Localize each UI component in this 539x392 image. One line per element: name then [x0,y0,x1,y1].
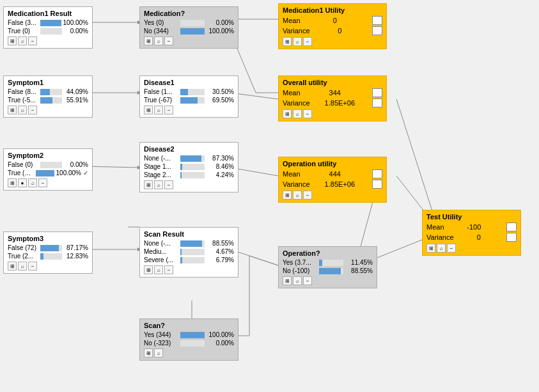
disease1-bar-1 [180,97,205,104]
test-utility-mean-box[interactable] [506,223,517,231]
operation-utility-node: Operation utility Mean 444 Variance 1.85… [278,157,387,203]
scan-result-label-2: Severe (... [144,256,178,263]
grid-icon-btn-14[interactable]: ⊞ [144,349,153,357]
minus-icon-btn-8[interactable]: − [164,180,173,189]
medication1-utility-mean-value: 0 [333,17,337,24]
disease2-label-0: None (-... [144,155,178,162]
minus-icon-btn-3[interactable]: − [303,37,312,46]
minus-icon-btn-13[interactable]: − [303,276,312,285]
scan-q-bar-1 [180,340,205,347]
minus-icon-btn-10[interactable]: − [447,244,456,253]
minus-icon-btn-12[interactable]: − [164,265,173,274]
grid-icon-btn-13[interactable]: ⊞ [283,276,292,285]
operation-utility-variance-value: 1.85E+06 [325,180,355,188]
disease2-bar-2 [180,172,205,178]
search-icon-btn-3[interactable]: ⌕ [293,37,302,46]
connection-lines [0,0,539,392]
dot-icon-btn[interactable]: ● [18,178,27,187]
grid-icon-btn-8[interactable]: ⊞ [144,180,153,189]
symptom1-pct-0: 44.09% [64,88,88,95]
scan-question-node: Scan? Yes (344) 100.00% No (-323) 0.00% … [139,318,238,361]
medication-q-bar-0 [180,20,205,26]
grid-icon-btn-2[interactable]: ⊞ [144,36,153,45]
overall-utility-title: Overall utility [283,79,382,86]
grid-icon-btn-3[interactable]: ⊞ [283,37,292,46]
minus-icon-btn-4[interactable]: − [28,106,37,114]
search-icon-btn-14[interactable]: ⌕ [154,349,163,357]
grid-icon-btn-4[interactable]: ⊞ [8,106,17,114]
search-icon-btn-11[interactable]: ⌕ [18,262,27,270]
symptom3-row-0: False (72) 87.17% [8,244,88,251]
search-icon-btn-6[interactable]: ⌕ [293,109,302,118]
symptom3-pct-0: 87.17% [64,244,88,251]
grid-icon-btn-12[interactable]: ⊞ [144,265,153,274]
medication-result-pct-1: 0.00% [64,27,88,35]
grid-icon-btn-5[interactable]: ⊞ [144,106,153,114]
scan-q-footer: ⊞ ⌕ [144,349,234,357]
grid-icon-btn-10[interactable]: ⊞ [426,244,435,253]
grid-icon-btn-9[interactable]: ⊞ [283,191,292,200]
test-utility-title: Test Utility [426,213,517,221]
disease1-bar-0 [180,89,205,95]
medication1-utility-mean-box[interactable] [372,16,382,25]
minus-icon-btn-9[interactable]: − [303,191,312,200]
search-icon-btn-9[interactable]: ⌕ [293,191,302,200]
symptom1-label-1: True (-5... [8,97,38,104]
scan-q-pct-0: 100.00% [207,331,234,338]
operation-utility-title: Operation utility [283,160,382,168]
symptom1-bar-1 [40,97,61,104]
medication1-utility-variance-box[interactable] [372,26,382,35]
medication-result-bar-1 [40,28,61,35]
overall-utility-variance-box[interactable] [372,98,382,107]
symptom1-bar-0 [40,89,61,95]
search-icon-btn-10[interactable]: ⌕ [437,244,446,253]
symptom2-bar-1 [36,170,54,176]
grid-icon-btn-6[interactable]: ⊞ [283,109,292,118]
scan-result-pct-2: 6.79% [207,256,234,263]
operation-q-bar-0 [319,260,343,266]
disease2-label-1: Stage 1... [144,163,178,170]
test-utility-variance-box[interactable] [506,233,517,242]
operation-q-row-0: Yes (3.7... 11.45% [283,259,373,266]
disease2-label-2: Stage 2... [144,171,178,178]
grid-icon-btn[interactable]: ⊞ [8,36,17,45]
operation-utility-mean-box[interactable] [372,169,382,178]
grid-icon-btn-7[interactable]: ⊞ [8,178,17,187]
test-utility-node: Test Utility Mean -100 Variance 0 ⊞ ⌕ − [422,210,521,256]
operation-q-bar-1 [319,268,343,274]
grid-icon-btn-11[interactable]: ⊞ [8,262,17,270]
overall-utility-mean-value: 344 [329,89,341,97]
symptom2-pct-0: 0.00% [64,161,88,168]
search-icon-btn-12[interactable]: ⌕ [154,265,163,274]
scan-q-pct-1: 0.00% [207,340,234,347]
operation-q-pct-1: 88.55% [345,267,373,274]
disease1-label-1: True (-67) [144,97,178,104]
overall-utility-mean-box[interactable] [372,88,382,97]
disease2-pct-2: 4.24% [207,171,234,178]
disease1-label-0: False (1... [144,88,178,95]
search-icon-btn-7[interactable]: ⌕ [28,178,37,187]
search-icon-btn-2[interactable]: ⌕ [154,36,163,45]
test-utility-mean-value: -100 [467,223,481,231]
operation-utility-variance-box[interactable] [372,180,382,189]
medication-q-bar-1 [180,28,205,35]
search-icon-btn-13[interactable]: ⌕ [293,276,302,285]
minus-icon-btn-5[interactable]: − [164,106,173,114]
medication-q-row-1: No (344) 100.00% [144,27,234,35]
minus-icon-btn[interactable]: − [28,36,37,45]
operation-q-footer: ⊞ ⌕ − [283,276,373,285]
operation-utility-footer: ⊞ ⌕ − [283,191,382,200]
search-icon-btn[interactable]: ⌕ [18,36,27,45]
search-icon-btn-4[interactable]: ⌕ [18,106,27,114]
symptom3-title: Symptom3 [8,235,88,242]
search-icon-btn-5[interactable]: ⌕ [154,106,163,114]
symptom2-label-1: True (34... [8,169,34,176]
minus-icon-btn-6[interactable]: − [303,109,312,118]
test-utility-mean-label: Mean [426,223,444,231]
minus-icon-btn-11[interactable]: − [28,262,37,270]
medication-result-footer: ⊞ ⌕ − [8,36,88,45]
minus-icon-btn-2[interactable]: − [164,36,173,45]
search-icon-btn-8[interactable]: ⌕ [154,180,163,189]
overall-utility-mean-row: Mean 344 [283,88,382,97]
minus-icon-btn-7[interactable]: − [38,178,47,187]
